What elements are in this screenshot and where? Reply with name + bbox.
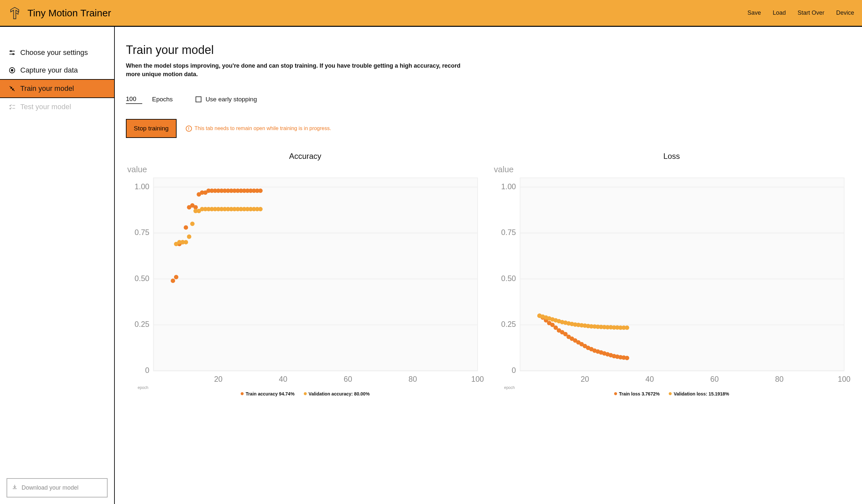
checklist-icon xyxy=(9,103,16,110)
svg-point-3 xyxy=(13,54,14,55)
svg-point-29 xyxy=(184,225,188,229)
svg-text:0.50: 0.50 xyxy=(135,274,149,283)
legend-label: Validation accuracy: 80.00% xyxy=(309,391,370,397)
svg-point-58 xyxy=(190,222,195,226)
svg-point-56 xyxy=(184,240,188,244)
svg-text:0.25: 0.25 xyxy=(135,320,149,329)
chart-title: Loss xyxy=(663,152,680,161)
legend-label: Train loss 3.7672% xyxy=(619,391,660,397)
record-icon xyxy=(9,67,16,74)
legend-label: Validation loss: 15.1918% xyxy=(674,391,729,397)
svg-point-5 xyxy=(11,69,13,71)
main-content: Train your model When the model stops im… xyxy=(115,27,862,504)
loss-chart-svg: value00.250.500.751.0020406080100 xyxy=(493,164,851,385)
svg-point-124 xyxy=(625,356,629,360)
early-stopping-checkbox[interactable]: Use early stopping xyxy=(196,96,257,103)
download-model-button[interactable]: Download your model xyxy=(6,478,108,498)
epochs-input[interactable] xyxy=(126,95,142,104)
svg-text:60: 60 xyxy=(710,375,719,384)
svg-text:0.75: 0.75 xyxy=(501,228,516,237)
warning-icon: ! xyxy=(186,125,192,132)
nav-start-over[interactable]: Start Over xyxy=(798,10,824,16)
svg-text:0: 0 xyxy=(145,366,149,374)
loss-chart: Loss value00.250.500.751.0020406080100 e… xyxy=(493,152,851,397)
svg-text:1.00: 1.00 xyxy=(501,182,516,191)
accuracy-legend: Train accuracy 94.74% Validation accurac… xyxy=(241,391,369,397)
sidebar-item-label: Train your model xyxy=(20,84,74,93)
legend-validation-accuracy: Validation accuracy: 80.00% xyxy=(304,391,370,397)
svg-rect-9 xyxy=(153,178,478,371)
svg-text:1.00: 1.00 xyxy=(135,182,149,191)
training-warning: ! This tab needs to remain open while tr… xyxy=(186,125,331,132)
legend-dot-icon xyxy=(669,392,672,395)
svg-point-152 xyxy=(625,326,629,330)
checkbox-icon xyxy=(196,96,201,102)
legend-validation-loss: Validation loss: 15.1918% xyxy=(669,391,729,397)
stop-training-button[interactable]: Stop training xyxy=(126,119,177,138)
action-row: Stop training ! This tab needs to remain… xyxy=(126,119,851,138)
svg-point-57 xyxy=(187,235,191,239)
svg-point-25 xyxy=(171,279,175,283)
svg-point-2 xyxy=(11,51,12,52)
x-axis-label: epoch xyxy=(504,385,515,390)
svg-text:value: value xyxy=(127,165,147,174)
tensorflow-logo-icon xyxy=(8,6,22,20)
header-nav: Save Load Start Over Device xyxy=(747,10,854,16)
svg-text:0.25: 0.25 xyxy=(501,320,516,329)
svg-text:20: 20 xyxy=(214,375,223,384)
sliders-icon xyxy=(9,49,16,56)
header: Tiny Motion Trainer Save Load Start Over… xyxy=(0,0,862,27)
training-controls: Epochs Use early stopping xyxy=(126,95,851,104)
nav-load[interactable]: Load xyxy=(773,10,786,16)
svg-text:80: 80 xyxy=(408,375,417,384)
sidebar-item-capture[interactable]: Capture your data xyxy=(0,62,114,79)
charts-row: Accuracy value00.250.500.751.00204060801… xyxy=(126,152,851,397)
sidebar-item-test: Test your model xyxy=(0,98,114,116)
sidebar-item-label: Choose your settings xyxy=(20,48,88,57)
legend-dot-icon xyxy=(241,392,244,395)
sidebar: Choose your settings Capture your data T… xyxy=(0,27,115,504)
download-icon xyxy=(12,484,18,492)
header-left: Tiny Motion Trainer xyxy=(8,6,111,20)
nav-save[interactable]: Save xyxy=(747,10,761,16)
legend-train-loss: Train loss 3.7672% xyxy=(614,391,660,397)
nav-device[interactable]: Device xyxy=(836,10,854,16)
svg-text:0: 0 xyxy=(511,366,516,374)
svg-text:100: 100 xyxy=(838,375,851,384)
x-axis-label: epoch xyxy=(138,385,148,390)
sidebar-item-settings[interactable]: Choose your settings xyxy=(0,44,114,62)
sidebar-item-label: Capture your data xyxy=(20,66,78,75)
svg-text:0.75: 0.75 xyxy=(135,228,149,237)
legend-train-accuracy: Train accuracy 94.74% xyxy=(241,391,294,397)
app-title: Tiny Motion Trainer xyxy=(27,8,111,18)
svg-point-52 xyxy=(258,189,263,193)
epochs-label: Epochs xyxy=(152,96,173,103)
svg-rect-81 xyxy=(520,178,844,371)
svg-text:60: 60 xyxy=(344,375,352,384)
warning-text: This tab needs to remain open while trai… xyxy=(195,125,331,131)
svg-text:value: value xyxy=(494,165,513,174)
sidebar-item-label: Test your model xyxy=(20,103,71,111)
svg-text:80: 80 xyxy=(775,375,784,384)
legend-dot-icon xyxy=(304,392,307,395)
accuracy-chart-svg: value00.250.500.751.0020406080100 xyxy=(126,164,485,385)
svg-point-26 xyxy=(174,275,178,279)
legend-label: Train accuracy 94.74% xyxy=(246,391,294,397)
sidebar-item-train[interactable]: Train your model xyxy=(0,79,114,98)
legend-dot-icon xyxy=(614,392,617,395)
chart-title: Accuracy xyxy=(289,152,322,161)
svg-text:40: 40 xyxy=(645,375,654,384)
accuracy-chart: Accuracy value00.250.500.751.00204060801… xyxy=(126,152,485,397)
svg-text:40: 40 xyxy=(279,375,287,384)
download-label: Download your model xyxy=(22,485,78,491)
page-description: When the model stops improving, you're d… xyxy=(126,62,466,78)
loss-legend: Train loss 3.7672% Validation loss: 15.1… xyxy=(614,391,729,397)
early-stopping-label: Use early stopping xyxy=(205,96,257,103)
svg-text:100: 100 xyxy=(471,375,484,384)
page-title: Train your model xyxy=(126,43,851,57)
svg-text:20: 20 xyxy=(580,375,589,384)
arrows-collide-icon xyxy=(9,85,16,92)
svg-text:0.50: 0.50 xyxy=(501,274,516,283)
svg-point-79 xyxy=(258,207,263,211)
